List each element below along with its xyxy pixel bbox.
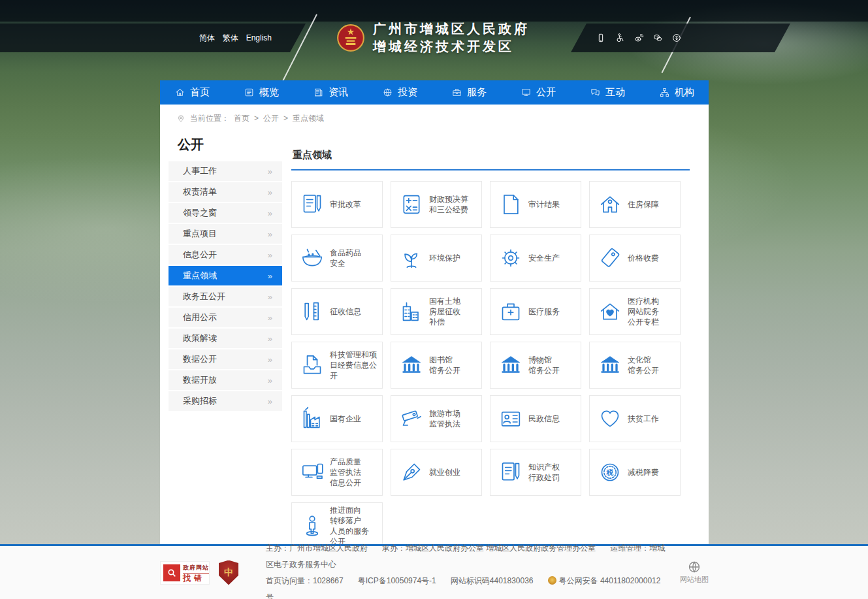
- topic-card-land-housing-compensation[interactable]: 国有土地 房屋征收 补偿: [391, 288, 482, 335]
- find-error-badge[interactable]: 政府网站 找错: [160, 561, 210, 585]
- language-link-simplified[interactable]: 简体: [199, 33, 215, 44]
- sidebar-item-five-open-gov[interactable]: 政务五公开»: [169, 287, 282, 306]
- topic-card-tourism-market-regulation[interactable]: 旅游市场 监管执法: [391, 395, 482, 442]
- sidebar-item-leadership-window[interactable]: 领导之窗»: [169, 203, 282, 223]
- site-title-line1: 广州市增城区人民政府: [373, 20, 530, 38]
- section-title: 重点领域: [291, 149, 690, 170]
- find-error-label-top: 政府网站: [183, 564, 209, 572]
- topic-card-label: 医疗机构 网站院务 公开专栏: [628, 296, 659, 327]
- nav-item-services[interactable]: 服务: [446, 80, 492, 105]
- topic-card-medical-institution-disclosure[interactable]: 医疗机构 网站院务 公开专栏: [589, 288, 681, 335]
- topic-card-label: 民政信息: [528, 413, 560, 424]
- quick-link-wechat[interactable]: [652, 33, 663, 43]
- topic-card-cultural-center-affairs[interactable]: 文化馆 馆务公开: [589, 342, 681, 389]
- nav-item-interaction[interactable]: 互动: [585, 80, 630, 105]
- topic-card-ip-administrative-penalty[interactable]: 知识产权 行政处罚: [490, 449, 581, 496]
- police-badge-icon: [548, 576, 556, 585]
- topic-card-label: 文化馆 馆务公开: [628, 355, 659, 376]
- chevron-right-icon: »: [268, 271, 272, 281]
- government-shield-badge[interactable]: 中: [219, 560, 238, 585]
- nav-item-news[interactable]: 资讯: [308, 80, 353, 105]
- food-bowl-icon: [299, 245, 325, 271]
- site-title-line2: 增城经济技术开发区: [373, 38, 530, 56]
- sidebar-item-personnel-work[interactable]: 人事工作»: [169, 161, 282, 181]
- topic-card-label: 科技管理和项 目经费信息公 开: [330, 349, 377, 381]
- topic-card-label: 博物馆 馆务公开: [528, 355, 560, 376]
- nav-item-open-gov[interactable]: 公开: [515, 80, 561, 105]
- sidebar-item-information-disclosure[interactable]: 信息公开»: [169, 245, 282, 265]
- breadcrumb-prefix: 当前位置：: [190, 113, 229, 124]
- sidebar-item-credit-publicity[interactable]: 信用公示»: [169, 308, 282, 327]
- sidebar-item-open-data[interactable]: 数据开放»: [169, 370, 282, 390]
- topic-card-label: 食品药品 安全: [330, 248, 361, 268]
- quick-links-bar: [571, 24, 790, 52]
- sidebar-item-label: 数据开放: [183, 374, 217, 386]
- topic-card-state-owned-enterprises[interactable]: 国有企业: [291, 395, 383, 442]
- location-pin-icon: [176, 114, 185, 123]
- topic-card-label: 图书馆 馆务公开: [429, 355, 460, 376]
- topic-card-medical-services[interactable]: 医疗服务: [490, 288, 581, 335]
- heart-icon: [597, 406, 623, 432]
- topic-card-label: 住房保障: [628, 199, 659, 210]
- breadcrumb-item-open-gov[interactable]: 公开: [263, 113, 279, 124]
- calculator-icon: [398, 191, 425, 218]
- nav-item-home[interactable]: 首页: [169, 80, 215, 105]
- chevron-right-icon: »: [268, 313, 272, 323]
- language-link-english[interactable]: English: [246, 33, 272, 42]
- topic-card-civil-affairs-info[interactable]: 民政信息: [490, 395, 581, 442]
- language-link-traditional[interactable]: 繁体: [223, 33, 238, 44]
- topic-card-label: 征收信息: [330, 306, 361, 317]
- sidebar-item-key-areas[interactable]: 重点领域»: [169, 266, 282, 285]
- sidebar-item-label: 数据公开: [183, 353, 217, 365]
- topic-card-label: 安全生产: [528, 253, 560, 263]
- sidebar-title: 公开: [178, 136, 282, 154]
- topic-card-audit-results[interactable]: 审计结果: [490, 181, 581, 228]
- nav-item-organization[interactable]: 机构: [654, 80, 699, 105]
- nav-item-label: 互动: [605, 86, 625, 99]
- footer-segment: 承办：增城区人民政府办公室 增城区人民政府政务管理办公室: [382, 543, 596, 553]
- topic-card-label: 国有土地 房屋征收 补偿: [429, 296, 460, 327]
- sidebar-item-procurement-bidding[interactable]: 采购招标»: [169, 391, 282, 411]
- quick-link-mobile[interactable]: [596, 33, 606, 43]
- find-error-label-bottom: 找错: [183, 573, 209, 582]
- nav-item-label: 投资: [398, 86, 417, 99]
- topic-card-product-quality-regulation[interactable]: 产品质量 监管执法 信息公开: [291, 449, 383, 496]
- sidebar-item-data-disclosure[interactable]: 数据公开»: [169, 349, 282, 369]
- topic-card-food-drug-safety[interactable]: 食品药品 安全: [291, 235, 383, 282]
- nav-item-overview[interactable]: 概览: [238, 80, 284, 105]
- breadcrumb-item-home[interactable]: 首页: [234, 113, 249, 124]
- pen-ruler-icon: [299, 299, 325, 325]
- globe-icon: [382, 87, 393, 98]
- nav-item-investment[interactable]: 投资: [377, 80, 423, 105]
- topic-card-museum-affairs[interactable]: 博物馆 馆务公开: [490, 342, 581, 389]
- topic-card-housing-security[interactable]: 住房保障: [589, 181, 681, 228]
- page: 简体繁体English 广州市增城区人民政府 增城经济技术开发区 首页概览资讯投…: [0, 0, 868, 599]
- footer: 政府网站 找错 中 主办：广州市增城区人民政府承办：增城区人民政府办公室 增城区…: [0, 546, 868, 599]
- footer-segment: 主办：广州市增城区人民政府: [266, 543, 368, 553]
- main-section: 重点领域 审批改革财政预决算 和三公经费审计结果住房保障食品药品 安全环境保护安…: [291, 132, 690, 546]
- sidebar-item-power-responsibility-list[interactable]: 权责清单»: [169, 182, 282, 202]
- sidebar-item-policy-interpretation[interactable]: 政策解读»: [169, 329, 282, 348]
- topic-card-price-charges[interactable]: 价格收费: [589, 235, 681, 282]
- topic-card-expropriation-info[interactable]: 征收信息: [291, 288, 383, 335]
- topic-card-work-safety[interactable]: 安全生产: [490, 235, 581, 282]
- quick-link-weibo[interactable]: [634, 33, 644, 43]
- topic-card-library-affairs[interactable]: 图书馆 馆务公开: [391, 342, 482, 389]
- chevron-right-icon: »: [268, 334, 272, 344]
- quick-link-accessibility[interactable]: [615, 33, 625, 43]
- topic-card-sci-tech-funding[interactable]: 科技管理和项 目经费信息公 开: [291, 342, 383, 389]
- sitemap-link[interactable]: 网站地图: [680, 560, 709, 585]
- topic-card-employment-entrepreneurship[interactable]: 就业创业: [391, 449, 482, 496]
- topic-card-tax-fee-reduction[interactable]: 税减税降费: [589, 449, 681, 496]
- quick-link-service-platform[interactable]: [671, 33, 682, 43]
- document-pen-icon: [299, 191, 325, 218]
- sidebar-item-key-projects[interactable]: 重点项目»: [169, 224, 282, 244]
- sidebar-menu: 人事工作»权责清单»领导之窗»重点项目»信息公开»重点领域»政务五公开»信用公示…: [169, 161, 282, 411]
- document-icon: [498, 191, 524, 218]
- topic-card-approval-reform[interactable]: 审批改革: [291, 181, 383, 228]
- document-pen-icon: [498, 459, 524, 485]
- topic-card-fiscal-budget[interactable]: 财政预决算 和三公经费: [391, 181, 482, 228]
- sidebar-item-label: 信息公开: [183, 249, 217, 261]
- topic-card-environmental-protection[interactable]: 环境保护: [391, 235, 482, 282]
- topic-card-poverty-alleviation[interactable]: 扶贫工作: [589, 395, 681, 442]
